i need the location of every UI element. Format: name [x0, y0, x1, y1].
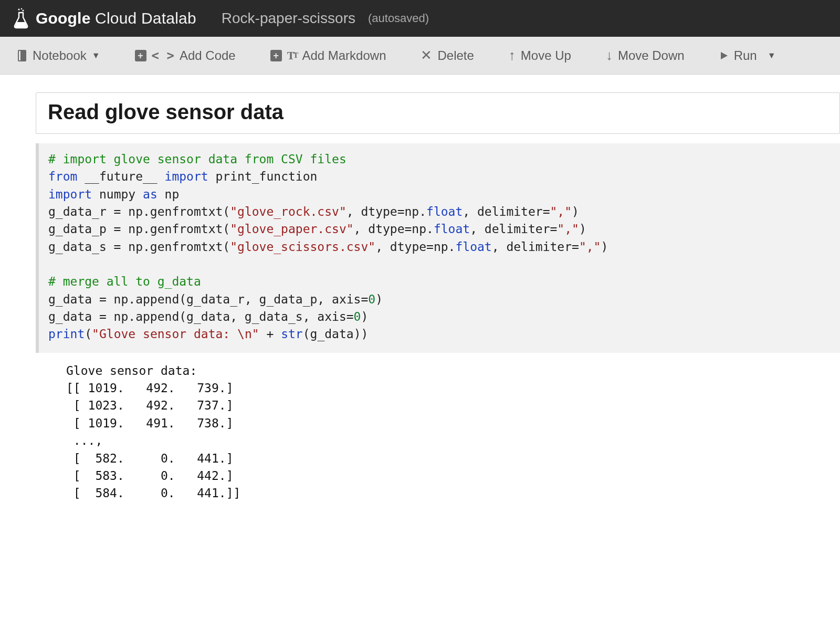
- move-down-button[interactable]: ↓ Move Down: [598, 43, 692, 68]
- code-builtin: print: [48, 327, 85, 341]
- text-icon: TT: [287, 49, 297, 62]
- markdown-cell[interactable]: Read glove sensor data: [36, 92, 840, 134]
- code-keyword: import: [48, 187, 92, 201]
- toolbar: Notebook ▼ + < > Add Code + TT Add Markd…: [0, 37, 840, 75]
- move-up-label: Move Up: [521, 48, 571, 63]
- svg-point-0: [18, 8, 19, 10]
- add-markdown-label: Add Markdown: [302, 48, 386, 63]
- code-text: (: [85, 327, 92, 341]
- code-text: +: [259, 327, 281, 341]
- delete-label: Delete: [437, 48, 474, 63]
- code-text: np: [158, 187, 180, 201]
- code-text: , delimiter=: [470, 222, 557, 236]
- code-cell[interactable]: # import glove sensor data from CSV file…: [36, 143, 840, 353]
- brand-logo: Google Cloud Datalab: [13, 7, 196, 29]
- output-cell: Glove sensor data: [[ 1019. 492. 739.] […: [36, 353, 840, 502]
- notebook-icon: [17, 49, 27, 62]
- notebook-menu-button[interactable]: Notebook ▼: [9, 44, 108, 67]
- code-keyword: as: [143, 187, 158, 201]
- brand-rest: Cloud Datalab: [91, 9, 196, 27]
- code-builtin: float: [426, 205, 463, 218]
- code-text: ): [579, 222, 586, 236]
- code-number: 0: [368, 292, 375, 306]
- code-text: , delimiter=: [492, 240, 579, 254]
- code-text: g_data = np.append(g_data, g_data_s, axi…: [48, 310, 354, 323]
- code-keyword: from: [48, 170, 77, 183]
- plus-icon: +: [270, 50, 282, 61]
- run-button[interactable]: Run ▼: [712, 44, 783, 67]
- code-text: g_data = np.append(g_data_r, g_data_p, a…: [48, 292, 368, 306]
- arrow-up-icon: ↑: [509, 47, 516, 64]
- code-builtin: float: [434, 222, 470, 236]
- code-text: g_data_p = np.genfromtxt(: [48, 222, 230, 236]
- add-markdown-button[interactable]: + TT Add Markdown: [263, 44, 394, 67]
- code-text: numpy: [92, 187, 143, 201]
- svg-rect-4: [19, 51, 20, 60]
- top-header: Google Cloud Datalab Rock-paper-scissors…: [0, 0, 840, 37]
- caret-down-icon: ▼: [768, 51, 776, 60]
- code-builtin: float: [455, 240, 491, 254]
- code-string: ",": [550, 205, 572, 218]
- code-text: , dtype=np.: [346, 205, 426, 218]
- code-text: __future__: [77, 170, 164, 183]
- datalab-flask-icon: [13, 7, 29, 29]
- code-string: "Glove sensor data: \n": [92, 327, 259, 341]
- code-text: , delimiter=: [463, 205, 550, 218]
- brand-google: Google: [36, 9, 91, 27]
- run-label: Run: [734, 48, 757, 63]
- notebook-body: Read glove sensor data # import glove se…: [0, 75, 840, 502]
- move-down-label: Move Down: [618, 48, 685, 63]
- code-string: "glove_paper.csv": [230, 222, 353, 236]
- code-icon: < >: [152, 48, 174, 63]
- code-comment: # merge all to g_data: [48, 275, 201, 288]
- code-string: ",": [557, 222, 579, 236]
- notebook-menu-label: Notebook: [33, 48, 87, 63]
- code-string: "glove_rock.csv": [230, 205, 346, 218]
- code-text: ): [601, 240, 608, 254]
- notebook-title[interactable]: Rock-paper-scissors: [222, 10, 355, 27]
- svg-point-1: [21, 8, 23, 10]
- code-string: ",": [579, 240, 601, 254]
- svg-point-2: [22, 9, 24, 11]
- code-text: g_data_s = np.genfromtxt(: [48, 240, 230, 254]
- code-text: ): [361, 310, 368, 323]
- caret-down-icon: ▼: [92, 51, 100, 60]
- code-keyword: import: [165, 170, 208, 183]
- code-builtin: str: [281, 327, 303, 341]
- code-text: , dtype=np.: [354, 222, 434, 236]
- code-text: ): [572, 205, 579, 218]
- code-string: "glove_scissors.csv": [230, 240, 375, 254]
- code-text: (g_data)): [303, 327, 369, 341]
- brand-text: Google Cloud Datalab: [36, 9, 196, 27]
- add-code-button[interactable]: + < > Add Code: [128, 44, 243, 67]
- code-text: g_data_r = np.genfromtxt(: [48, 205, 230, 218]
- markdown-heading: Read glove sensor data: [48, 100, 828, 124]
- move-up-button[interactable]: ↑ Move Up: [501, 43, 579, 68]
- code-text: , dtype=np.: [375, 240, 455, 254]
- code-text: print_function: [208, 170, 318, 183]
- arrow-down-icon: ↓: [606, 47, 613, 64]
- close-icon: ✕: [421, 47, 432, 64]
- code-number: 0: [354, 310, 361, 323]
- code-comment: # import glove sensor data from CSV file…: [48, 152, 346, 166]
- plus-icon: +: [135, 50, 146, 61]
- code-text: ): [375, 292, 383, 306]
- add-code-label: Add Code: [180, 48, 236, 63]
- autosaved-status: (autosaved): [368, 12, 429, 25]
- delete-button[interactable]: ✕ Delete: [413, 43, 481, 68]
- play-icon: [719, 51, 729, 60]
